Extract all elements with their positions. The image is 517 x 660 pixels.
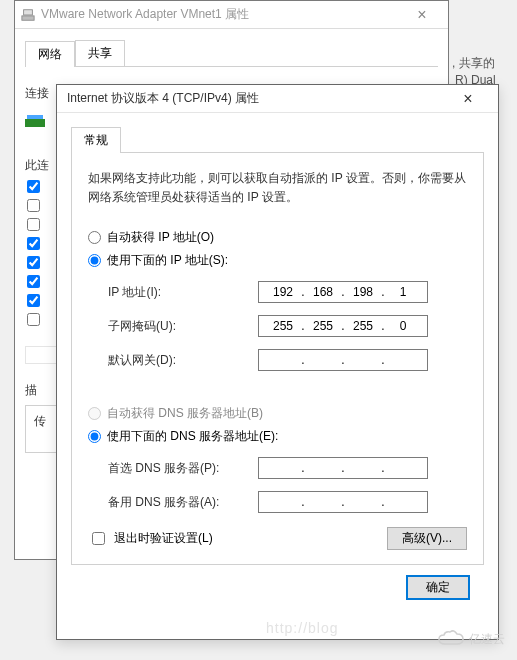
protocol-checkbox[interactable] <box>27 275 40 288</box>
validate-label: 退出时验证设置(L) <box>114 530 213 547</box>
radio-use-dns-label: 使用下面的 DNS 服务器地址(E): <box>107 428 278 445</box>
tab-general-content: 如果网络支持此功能，则可以获取自动指派的 IP 设置。否则，你需要从网络系统管理… <box>71 153 484 565</box>
dns1-row: 首选 DNS 服务器(P): . . . <box>108 457 467 479</box>
validate-on-exit-row[interactable]: 退出时验证设置(L) <box>88 529 387 548</box>
watermark-url: http://blog <box>266 620 339 636</box>
protocol-checkbox[interactable] <box>27 180 40 193</box>
validate-checkbox[interactable] <box>92 532 105 545</box>
radio-auto-ip-label: 自动获得 IP 地址(O) <box>107 229 214 246</box>
radio-auto-dns <box>88 407 101 420</box>
tab-sharing[interactable]: 共享 <box>75 40 125 66</box>
tab-network[interactable]: 网络 <box>25 41 75 67</box>
subnet-mask-label: 子网掩码(U): <box>108 318 258 335</box>
ip-address-input[interactable]: 192. 168. 198. 1 <box>258 281 428 303</box>
ipv4-titlebar[interactable]: Internet 协议版本 4 (TCP/IPv4) 属性 × <box>57 85 498 113</box>
dns2-row: 备用 DNS 服务器(A): . . . <box>108 491 467 513</box>
dns1-label: 首选 DNS 服务器(P): <box>108 460 258 477</box>
ip-address-row: IP 地址(I): 192. 168. 198. 1 <box>108 281 467 303</box>
advanced-button[interactable]: 高级(V)... <box>387 527 467 550</box>
radio-auto-dns-label: 自动获得 DNS 服务器地址(B) <box>107 405 263 422</box>
protocol-checkbox[interactable] <box>27 199 40 212</box>
adapter-titlebar[interactable]: VMware Network Adapter VMnet1 属性 × <box>15 1 448 29</box>
dns2-label: 备用 DNS 服务器(A): <box>108 494 258 511</box>
radio-use-ip-row[interactable]: 使用下面的 IP 地址(S): <box>88 252 467 269</box>
radio-use-ip[interactable] <box>88 254 101 267</box>
protocol-checkbox[interactable] <box>27 294 40 307</box>
protocol-checkbox[interactable] <box>27 313 40 326</box>
network-adapter-icon <box>21 8 35 22</box>
protocol-checkbox[interactable] <box>27 237 40 250</box>
dns2-input[interactable]: . . . <box>258 491 428 513</box>
watermark-brand: 亿速云 <box>437 630 505 648</box>
dns1-input[interactable]: . . . <box>258 457 428 479</box>
svg-rect-0 <box>22 15 34 19</box>
radio-auto-ip[interactable] <box>88 231 101 244</box>
radio-use-dns[interactable] <box>88 430 101 443</box>
adapter-icon <box>25 112 45 130</box>
subnet-mask-input[interactable]: 255. 255. 255. 0 <box>258 315 428 337</box>
protocol-checkbox[interactable] <box>27 256 40 269</box>
radio-use-dns-row[interactable]: 使用下面的 DNS 服务器地址(E): <box>88 428 467 445</box>
radio-auto-dns-row: 自动获得 DNS 服务器地址(B) <box>88 405 467 422</box>
ipv4-properties-window: Internet 协议版本 4 (TCP/IPv4) 属性 × 常规 如果网络支… <box>56 84 499 640</box>
ipv4-title: Internet 协议版本 4 (TCP/IPv4) 属性 <box>67 90 448 107</box>
close-button-back[interactable]: × <box>402 6 442 24</box>
tab-general[interactable]: 常规 <box>71 127 121 153</box>
protocol-checkbox[interactable] <box>27 218 40 231</box>
svg-rect-1 <box>24 9 33 14</box>
dialog-button-row: 确定 <box>71 565 484 610</box>
svg-rect-2 <box>25 119 45 127</box>
ip-address-label: IP 地址(I): <box>108 284 258 301</box>
gateway-label: 默认网关(D): <box>108 352 258 369</box>
subnet-mask-row: 子网掩码(U): 255. 255. 255. 0 <box>108 315 467 337</box>
svg-rect-3 <box>27 115 43 119</box>
ok-button[interactable]: 确定 <box>406 575 470 600</box>
adapter-tabs: 网络 共享 <box>15 33 448 66</box>
close-button-front[interactable]: × <box>448 90 488 108</box>
adapter-title: VMware Network Adapter VMnet1 属性 <box>41 6 402 23</box>
gateway-row: 默认网关(D): . . . <box>108 349 467 371</box>
cloud-icon <box>437 630 465 648</box>
background-text-2: , 共享的 <box>452 55 495 72</box>
ipv4-tabs: 常规 <box>71 127 484 153</box>
radio-use-ip-label: 使用下面的 IP 地址(S): <box>107 252 228 269</box>
radio-auto-ip-row[interactable]: 自动获得 IP 地址(O) <box>88 229 467 246</box>
ipv4-info-text: 如果网络支持此功能，则可以获取自动指派的 IP 设置。否则，你需要从网络系统管理… <box>88 169 467 207</box>
gateway-input[interactable]: . . . <box>258 349 428 371</box>
